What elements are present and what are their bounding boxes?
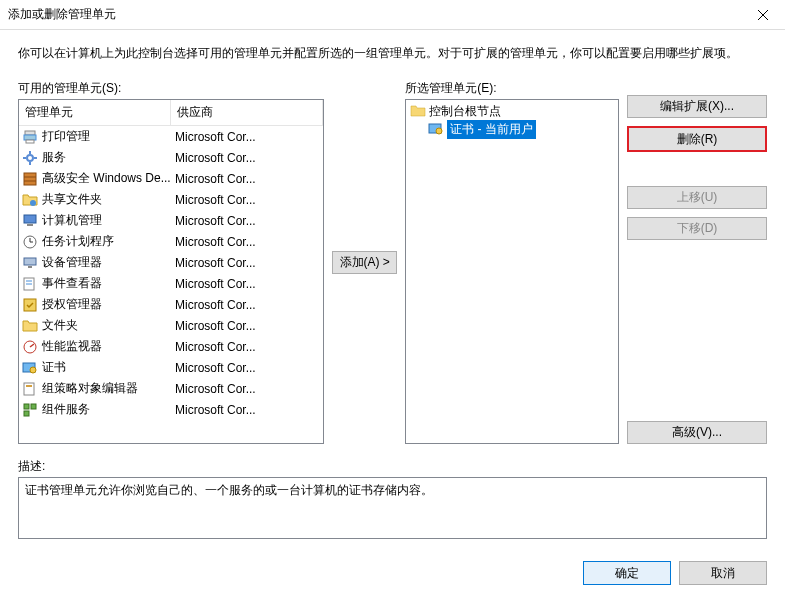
svg-point-35 (436, 128, 442, 134)
item-name: 性能监视器 (42, 338, 102, 355)
list-header: 管理单元 供应商 (19, 100, 323, 126)
auth-icon (22, 297, 38, 313)
item-vendor: Microsoft Cor... (171, 214, 323, 228)
list-item[interactable]: 共享文件夹Microsoft Cor... (19, 189, 323, 210)
tree-root-label: 控制台根节点 (429, 103, 501, 120)
list-item[interactable]: 组策略对象编辑器Microsoft Cor... (19, 378, 323, 399)
item-name: 高级安全 Windows De... (42, 170, 171, 187)
item-vendor: Microsoft Cor... (171, 193, 323, 207)
item-name: 打印管理 (42, 128, 90, 145)
svg-point-5 (27, 155, 33, 161)
list-item[interactable]: 性能监视器Microsoft Cor... (19, 336, 323, 357)
computer-icon (22, 213, 38, 229)
column-snapin[interactable]: 管理单元 (19, 100, 171, 125)
cancel-button[interactable]: 取消 (679, 561, 767, 585)
gpo-icon (22, 381, 38, 397)
item-vendor: Microsoft Cor... (171, 235, 323, 249)
item-vendor: Microsoft Cor... (171, 277, 323, 291)
list-item[interactable]: 文件夹Microsoft Cor... (19, 315, 323, 336)
svg-rect-31 (24, 404, 29, 409)
selected-tree[interactable]: 控制台根节点 证书 - 当前用户 (405, 99, 619, 444)
item-name: 共享文件夹 (42, 191, 102, 208)
move-down-button[interactable]: 下移(D) (627, 217, 767, 240)
svg-point-28 (30, 367, 36, 373)
add-button[interactable]: 添加(A) > (332, 251, 397, 274)
item-vendor: Microsoft Cor... (171, 130, 323, 144)
list-item[interactable]: 高级安全 Windows De...Microsoft Cor... (19, 168, 323, 189)
available-label: 可用的管理单元(S): (18, 80, 324, 97)
item-vendor: Microsoft Cor... (171, 403, 323, 417)
item-vendor: Microsoft Cor... (171, 298, 323, 312)
item-vendor: Microsoft Cor... (171, 256, 323, 270)
tree-root[interactable]: 控制台根节点 (408, 102, 616, 120)
item-vendor: Microsoft Cor... (171, 340, 323, 354)
close-icon (758, 10, 768, 20)
item-name: 证书 (42, 359, 66, 376)
svg-rect-19 (24, 258, 36, 265)
column-vendor[interactable]: 供应商 (171, 100, 323, 125)
svg-rect-3 (24, 135, 36, 140)
item-name: 服务 (42, 149, 66, 166)
item-vendor: Microsoft Cor... (171, 361, 323, 375)
folder-icon (410, 103, 426, 119)
item-name: 事件查看器 (42, 275, 102, 292)
svg-rect-32 (31, 404, 36, 409)
svg-rect-29 (24, 383, 34, 395)
remove-button[interactable]: 删除(R) (627, 126, 767, 152)
list-item[interactable]: 设备管理器Microsoft Cor... (19, 252, 323, 273)
list-item[interactable]: 打印管理Microsoft Cor... (19, 126, 323, 147)
svg-rect-30 (26, 385, 32, 387)
list-item[interactable]: 组件服务Microsoft Cor... (19, 399, 323, 420)
item-name: 文件夹 (42, 317, 78, 334)
item-vendor: Microsoft Cor... (171, 172, 323, 186)
list-item[interactable]: 证书Microsoft Cor... (19, 357, 323, 378)
clock-icon (22, 234, 38, 250)
close-button[interactable] (741, 0, 785, 29)
selected-label: 所选管理单元(E): (405, 80, 619, 97)
item-name: 组策略对象编辑器 (42, 380, 138, 397)
svg-rect-2 (25, 131, 35, 135)
svg-rect-10 (24, 173, 36, 185)
folder-icon (22, 318, 38, 334)
item-vendor: Microsoft Cor... (171, 151, 323, 165)
ok-button[interactable]: 确定 (583, 561, 671, 585)
item-name: 授权管理器 (42, 296, 102, 313)
item-name: 组件服务 (42, 401, 90, 418)
description-box: 证书管理单元允许你浏览自己的、一个服务的或一台计算机的证书存储内容。 (18, 477, 767, 539)
item-vendor: Microsoft Cor... (171, 319, 323, 333)
list-item[interactable]: 计算机管理Microsoft Cor... (19, 210, 323, 231)
firewall-icon (22, 171, 38, 187)
item-name: 任务计划程序 (42, 233, 114, 250)
list-item[interactable]: 服务Microsoft Cor... (19, 147, 323, 168)
gear-icon (22, 150, 38, 166)
item-name: 计算机管理 (42, 212, 102, 229)
description-text: 证书管理单元允许你浏览自己的、一个服务的或一台计算机的证书存储内容。 (25, 483, 433, 497)
svg-rect-4 (26, 140, 34, 143)
svg-point-13 (30, 200, 36, 206)
cert-icon (428, 121, 444, 137)
svg-rect-20 (28, 266, 32, 268)
move-up-button[interactable]: 上移(U) (627, 186, 767, 209)
tree-child[interactable]: 证书 - 当前用户 (408, 120, 616, 138)
item-name: 设备管理器 (42, 254, 102, 271)
perf-icon (22, 339, 38, 355)
svg-rect-14 (24, 215, 36, 223)
list-item[interactable]: 任务计划程序Microsoft Cor... (19, 231, 323, 252)
share-folder-icon (22, 192, 38, 208)
window-title: 添加或删除管理单元 (8, 6, 116, 23)
item-vendor: Microsoft Cor... (171, 382, 323, 396)
list-item[interactable]: 事件查看器Microsoft Cor... (19, 273, 323, 294)
titlebar: 添加或删除管理单元 (0, 0, 785, 30)
intro-text: 你可以在计算机上为此控制台选择可用的管理单元并配置所选的一组管理单元。对于可扩展… (18, 44, 767, 62)
device-icon (22, 255, 38, 271)
tree-child-label: 证书 - 当前用户 (447, 120, 536, 139)
description-label: 描述: (18, 458, 767, 475)
list-item[interactable]: 授权管理器Microsoft Cor... (19, 294, 323, 315)
printer-icon (22, 129, 38, 145)
available-list[interactable]: 管理单元 供应商 打印管理Microsoft Cor...服务Microsoft… (18, 99, 324, 444)
advanced-button[interactable]: 高级(V)... (627, 421, 767, 444)
event-icon (22, 276, 38, 292)
svg-rect-33 (24, 411, 29, 416)
svg-rect-15 (27, 224, 33, 226)
edit-extensions-button[interactable]: 编辑扩展(X)... (627, 95, 767, 118)
